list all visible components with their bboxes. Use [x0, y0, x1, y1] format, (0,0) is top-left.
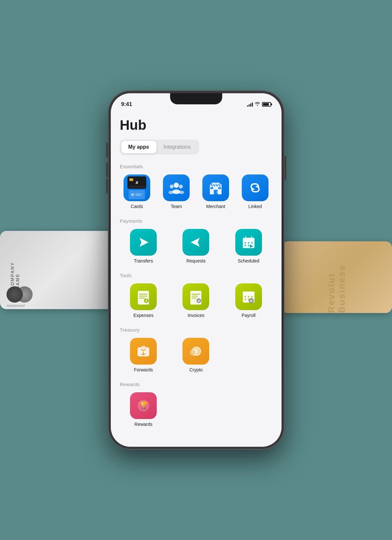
app-icon-expenses: $: [130, 283, 157, 310]
svg-rect-10: [211, 187, 213, 189]
crypto-svg-icon: ₿: [187, 343, 204, 360]
section-title-payments: Payments: [120, 218, 272, 224]
svg-point-21: [251, 242, 253, 244]
app-icon-merchant: [202, 174, 229, 201]
app-label-transfers: Transfers: [134, 258, 153, 263]
svg-rect-16: [243, 238, 254, 241]
svg-marker-14: [191, 238, 200, 247]
app-label-team: Team: [171, 204, 182, 209]
linked-svg-icon: [247, 179, 264, 196]
svg-point-20: [248, 242, 249, 244]
payroll-svg-icon: $: [240, 288, 257, 305]
app-icon-scheduled: [235, 229, 262, 256]
scheduled-svg-icon: [240, 234, 257, 251]
section-rewards: Rewards 🏆 Rewards: [120, 382, 272, 427]
battery-fill: [263, 103, 269, 106]
app-item-scheduled[interactable]: Scheduled: [225, 229, 272, 263]
app-icon-crypto: ₿: [182, 338, 209, 365]
app-label-forwards: Forwards: [134, 367, 153, 372]
svg-point-3: [172, 189, 180, 194]
svg-rect-12: [212, 183, 220, 184]
svg-point-49: [141, 346, 146, 349]
svg-rect-11: [218, 187, 221, 189]
app-label-requests: Requests: [186, 258, 206, 263]
tabs-container: My apps Integrations: [120, 140, 199, 155]
svg-point-2: [179, 185, 183, 188]
app-item-payroll[interactable]: $ Payroll: [225, 283, 272, 318]
expenses-svg-icon: $: [135, 288, 152, 305]
app-item-crypto[interactable]: ₿ Crypto: [172, 338, 220, 372]
app-item-team[interactable]: Team: [159, 174, 194, 209]
mastercard-circle-left: [7, 286, 23, 303]
svg-point-39: [245, 296, 246, 297]
app-item-expenses[interactable]: $ Expenses: [120, 283, 167, 318]
tab-integrations[interactable]: Integrations: [156, 141, 198, 153]
svg-point-1: [170, 185, 174, 188]
signal-bar-3: [250, 103, 251, 107]
svg-text:🏆: 🏆: [139, 401, 148, 410]
section-title-treasury: Treasury: [120, 327, 272, 333]
section-treasury: Treasury: [120, 327, 272, 372]
section-payments: Payments Transfers: [120, 218, 272, 263]
section-title-rewards: Rewards: [120, 382, 272, 387]
phone-outer-frame: 9:41: [108, 91, 284, 449]
revolut-brand-text: Revolut Business: [326, 241, 347, 313]
app-label-cards: Cards: [131, 204, 143, 209]
app-icon-linked: [242, 174, 269, 201]
app-item-invoices[interactable]: ⚙ Invoices: [172, 283, 220, 318]
section-essentials: Essentials R: [120, 164, 272, 209]
app-icon-requests: [182, 229, 209, 256]
card-left: COMPANY NAME mastercard: [0, 231, 124, 309]
transfers-svg-icon: [135, 234, 152, 251]
svg-text:$: $: [250, 299, 252, 303]
app-item-requests[interactable]: Requests: [172, 229, 220, 263]
signal-bar-4: [252, 102, 253, 107]
svg-point-56: [191, 350, 196, 355]
app-item-cards[interactable]: R: [120, 174, 154, 209]
app-icon-cards: R: [123, 174, 150, 201]
app-label-rewards: Rewards: [135, 422, 152, 427]
app-icon-forwards: [130, 338, 157, 365]
status-time: 9:41: [121, 101, 132, 108]
svg-text:⚙: ⚙: [197, 299, 200, 303]
app-icon-team: [163, 174, 190, 201]
app-item-rewards[interactable]: 🏆 Rewards: [120, 392, 167, 427]
app-item-forwards[interactable]: Forwards: [120, 338, 167, 372]
svg-point-40: [248, 296, 249, 297]
page-title: Hub: [120, 117, 272, 133]
svg-point-41: [251, 296, 253, 297]
signal-bar-2: [249, 104, 250, 107]
section-title-essentials: Essentials: [120, 164, 272, 169]
app-label-linked: Linked: [248, 204, 262, 209]
rewards-svg-icon: 🏆: [135, 397, 152, 414]
app-item-linked[interactable]: Linked: [238, 174, 272, 209]
svg-marker-13: [139, 238, 149, 247]
svg-point-5: [179, 191, 184, 194]
app-icon-transfers: [130, 229, 157, 256]
svg-rect-38: [243, 292, 254, 294]
app-label-scheduled: Scheduled: [238, 258, 259, 263]
app-icon-payroll: $: [235, 283, 262, 310]
app-item-merchant[interactable]: Merchant: [199, 174, 233, 209]
svg-point-4: [168, 191, 174, 194]
svg-point-9: [217, 192, 218, 193]
screen-content[interactable]: Hub My apps Integrations Essentials: [111, 111, 282, 447]
svg-point-42: [245, 299, 246, 300]
rewards-grid: 🏆 Rewards: [120, 392, 272, 427]
app-icon-rewards: 🏆: [130, 392, 157, 419]
wifi-icon: [255, 102, 260, 107]
app-label-merchant: Merchant: [206, 204, 225, 209]
signal-icon: [247, 102, 253, 107]
app-item-transfers[interactable]: Transfers: [120, 229, 167, 263]
team-svg-icon: [168, 179, 185, 196]
phone-notch: [170, 93, 222, 104]
invoices-svg-icon: ⚙: [187, 288, 204, 305]
section-title-tools: Tools: [120, 273, 272, 278]
tools-grid: $ Expenses: [120, 283, 272, 318]
app-icon-invoices: ⚙: [182, 283, 209, 310]
phone-screen: 9:41: [111, 93, 282, 447]
requests-svg-icon: [187, 234, 204, 251]
battery-icon: [262, 102, 271, 107]
tab-my-apps[interactable]: My apps: [121, 141, 156, 153]
card-right: Revolut Business: [281, 241, 392, 313]
